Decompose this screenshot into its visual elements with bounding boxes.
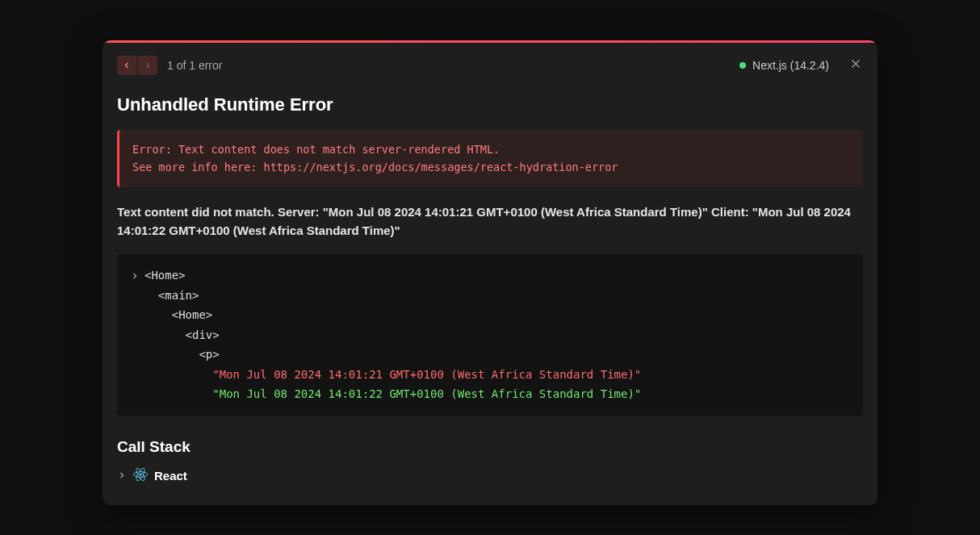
svg-point-2 bbox=[139, 473, 141, 475]
tree-line: <Home> bbox=[130, 305, 850, 325]
callstack-title: Call Stack bbox=[117, 438, 863, 456]
overlay-content: Unhandled Runtime Error Error: Text cont… bbox=[103, 94, 877, 505]
error-title: Unhandled Runtime Error bbox=[117, 94, 863, 115]
prev-error-button[interactable] bbox=[117, 56, 136, 75]
component-tree: <Home> <main> <Home> <div> <p> "Mon Jul … bbox=[117, 254, 863, 416]
diff-removed-line: "Mon Jul 08 2024 14:01:21 GMT+0100 (West… bbox=[130, 365, 850, 385]
framework-version: Next.js (14.2.4) bbox=[739, 59, 829, 72]
close-button[interactable] bbox=[848, 56, 863, 74]
error-navigation bbox=[117, 56, 157, 75]
mismatch-description: Text content did not match. Server: "Mon… bbox=[117, 203, 863, 240]
status-dot-icon bbox=[739, 62, 746, 69]
error-line-2: See more info here: https://nextjs.org/d… bbox=[132, 161, 618, 173]
tree-line: <main> bbox=[130, 286, 850, 306]
next-error-button[interactable] bbox=[138, 56, 157, 75]
tree-line: <div> bbox=[130, 325, 850, 345]
react-logo-icon bbox=[133, 467, 148, 484]
callstack-item[interactable]: React bbox=[117, 466, 863, 486]
chevron-right-icon[interactable] bbox=[130, 265, 141, 286]
tree-line: <Home> bbox=[130, 265, 850, 286]
error-counter: 1 of 1 error bbox=[167, 59, 222, 72]
chevron-right-icon bbox=[117, 469, 127, 483]
tree-line: <p> bbox=[130, 345, 850, 365]
callstack-label: React bbox=[154, 469, 187, 483]
error-line-1: Error: Text content does not match serve… bbox=[132, 143, 500, 156]
error-overlay: 1 of 1 error Next.js (14.2.4) Unhandled … bbox=[103, 40, 877, 505]
overlay-header: 1 of 1 error Next.js (14.2.4) bbox=[103, 43, 877, 88]
error-message-block: Error: Text content does not match serve… bbox=[117, 130, 863, 187]
diff-added-line: "Mon Jul 08 2024 14:01:22 GMT+0100 (West… bbox=[130, 384, 850, 404]
version-text: Next.js (14.2.4) bbox=[752, 59, 829, 72]
